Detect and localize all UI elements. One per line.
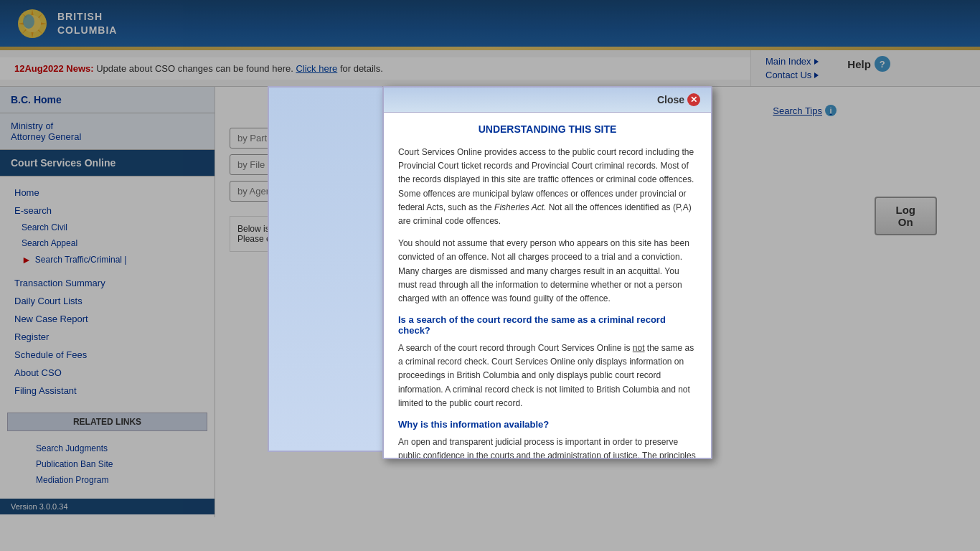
modal-section1-title: Is a search of the court record the same… (398, 314, 697, 336)
close-icon: ✕ (687, 93, 700, 106)
modal-section2-text: An open and transparent judicial process… (398, 435, 697, 459)
modal-title: UNDERSTANDING THIS SITE (398, 123, 697, 135)
modal-section1-text: A search of the court record through Cou… (398, 342, 697, 410)
modal-para-2: You should not assume that every person … (398, 237, 697, 306)
modal-left-panel (268, 86, 382, 452)
modal-section2-title: Why is this information available? (398, 419, 697, 430)
modal-overlay: Close ✕ UNDERSTANDING THIS SITE Court Se… (0, 0, 980, 517)
modal-para-1: Court Services Online provides access to… (398, 146, 697, 228)
modal-header: Close ✕ (384, 88, 711, 113)
modal-dialog: Close ✕ UNDERSTANDING THIS SITE Court Se… (382, 86, 712, 459)
modal-body: UNDERSTANDING THIS SITE Court Services O… (384, 113, 711, 459)
modal-close-button[interactable]: Close ✕ (657, 93, 700, 106)
